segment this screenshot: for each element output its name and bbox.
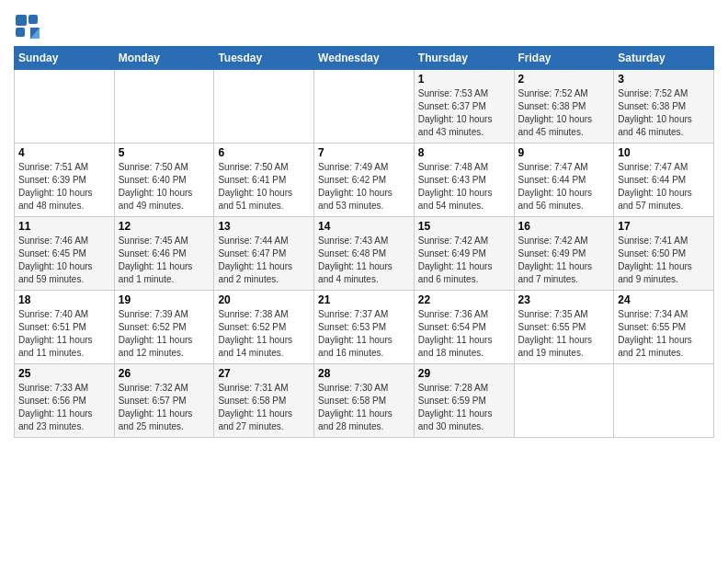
calendar-week-row: 1Sunrise: 7:53 AMSunset: 6:37 PMDaylight… <box>15 70 714 144</box>
calendar-cell: 17Sunrise: 7:41 AMSunset: 6:50 PMDayligh… <box>614 217 714 291</box>
page-header <box>14 9 714 39</box>
day-info: Sunrise: 7:35 AMSunset: 6:55 PMDaylight:… <box>518 308 610 360</box>
weekday-header: Thursday <box>414 47 514 70</box>
day-number: 19 <box>119 293 210 306</box>
day-number: 12 <box>119 220 210 233</box>
day-info: Sunrise: 7:39 AMSunset: 6:52 PMDaylight:… <box>119 308 210 360</box>
day-info: Sunrise: 7:32 AMSunset: 6:57 PMDaylight:… <box>119 382 210 433</box>
day-info: Sunrise: 7:47 AMSunset: 6:44 PMDaylight:… <box>618 161 710 213</box>
calendar-cell: 26Sunrise: 7:32 AMSunset: 6:57 PMDayligh… <box>114 364 214 438</box>
day-info: Sunrise: 7:42 AMSunset: 6:49 PMDaylight:… <box>418 235 510 286</box>
calendar-cell: 19Sunrise: 7:39 AMSunset: 6:52 PMDayligh… <box>114 291 214 364</box>
calendar-cell: 6Sunrise: 7:50 AMSunset: 6:41 PMDaylight… <box>214 144 314 217</box>
svg-rect-1 <box>28 15 38 24</box>
weekday-row: SundayMondayTuesdayWednesdayThursdayFrid… <box>15 47 714 70</box>
day-info: Sunrise: 7:50 AMSunset: 6:41 PMDaylight:… <box>218 161 310 213</box>
day-info: Sunrise: 7:28 AMSunset: 6:59 PMDaylight:… <box>418 382 510 433</box>
calendar-cell: 4Sunrise: 7:51 AMSunset: 6:39 PMDaylight… <box>15 144 115 217</box>
calendar-cell: 15Sunrise: 7:42 AMSunset: 6:49 PMDayligh… <box>414 217 514 291</box>
calendar-week-row: 11Sunrise: 7:46 AMSunset: 6:45 PMDayligh… <box>15 217 714 291</box>
calendar-cell: 21Sunrise: 7:37 AMSunset: 6:53 PMDayligh… <box>314 291 415 364</box>
calendar-cell <box>514 364 614 438</box>
day-info: Sunrise: 7:31 AMSunset: 6:58 PMDaylight:… <box>218 382 310 433</box>
calendar-table: SundayMondayTuesdayWednesdayThursdayFrid… <box>14 46 714 438</box>
day-info: Sunrise: 7:45 AMSunset: 6:46 PMDaylight:… <box>119 235 210 286</box>
day-number: 17 <box>618 220 710 233</box>
weekday-header: Monday <box>114 47 214 70</box>
calendar-cell: 18Sunrise: 7:40 AMSunset: 6:51 PMDayligh… <box>15 291 115 364</box>
calendar-cell: 25Sunrise: 7:33 AMSunset: 6:56 PMDayligh… <box>15 364 115 438</box>
svg-rect-0 <box>16 15 27 26</box>
day-number: 13 <box>218 220 310 233</box>
day-number: 4 <box>18 146 110 159</box>
day-number: 24 <box>618 293 710 306</box>
calendar-cell <box>614 364 714 438</box>
logo <box>14 13 45 39</box>
day-info: Sunrise: 7:40 AMSunset: 6:51 PMDaylight:… <box>18 308 110 360</box>
day-info: Sunrise: 7:52 AMSunset: 6:38 PMDaylight:… <box>518 87 610 139</box>
day-info: Sunrise: 7:44 AMSunset: 6:47 PMDaylight:… <box>218 235 310 286</box>
calendar-cell: 13Sunrise: 7:44 AMSunset: 6:47 PMDayligh… <box>214 217 314 291</box>
calendar-header: SundayMondayTuesdayWednesdayThursdayFrid… <box>15 47 714 70</box>
day-number: 22 <box>418 293 510 306</box>
day-number: 10 <box>618 146 710 159</box>
calendar-cell: 1Sunrise: 7:53 AMSunset: 6:37 PMDaylight… <box>414 70 514 144</box>
day-info: Sunrise: 7:41 AMSunset: 6:50 PMDaylight:… <box>618 235 710 286</box>
day-info: Sunrise: 7:38 AMSunset: 6:52 PMDaylight:… <box>218 308 310 360</box>
calendar-cell: 27Sunrise: 7:31 AMSunset: 6:58 PMDayligh… <box>214 364 314 438</box>
day-info: Sunrise: 7:30 AMSunset: 6:58 PMDaylight:… <box>318 382 410 433</box>
calendar-week-row: 18Sunrise: 7:40 AMSunset: 6:51 PMDayligh… <box>15 291 714 364</box>
calendar-body: 1Sunrise: 7:53 AMSunset: 6:37 PMDaylight… <box>15 70 714 438</box>
day-number: 9 <box>518 146 610 159</box>
calendar-cell: 29Sunrise: 7:28 AMSunset: 6:59 PMDayligh… <box>414 364 514 438</box>
calendar-cell <box>114 70 214 144</box>
calendar-cell: 5Sunrise: 7:50 AMSunset: 6:40 PMDaylight… <box>114 144 214 217</box>
calendar-cell: 8Sunrise: 7:48 AMSunset: 6:43 PMDaylight… <box>414 144 514 217</box>
day-info: Sunrise: 7:34 AMSunset: 6:55 PMDaylight:… <box>618 308 710 360</box>
day-number: 3 <box>618 73 710 86</box>
calendar-cell: 10Sunrise: 7:47 AMSunset: 6:44 PMDayligh… <box>614 144 714 217</box>
calendar-cell: 12Sunrise: 7:45 AMSunset: 6:46 PMDayligh… <box>114 217 214 291</box>
calendar-cell: 24Sunrise: 7:34 AMSunset: 6:55 PMDayligh… <box>614 291 714 364</box>
day-number: 25 <box>18 367 110 380</box>
calendar-week-row: 25Sunrise: 7:33 AMSunset: 6:56 PMDayligh… <box>15 364 714 438</box>
day-number: 7 <box>318 146 410 159</box>
calendar-cell: 23Sunrise: 7:35 AMSunset: 6:55 PMDayligh… <box>514 291 614 364</box>
day-info: Sunrise: 7:51 AMSunset: 6:39 PMDaylight:… <box>18 161 110 213</box>
day-number: 29 <box>418 367 510 380</box>
calendar-cell <box>214 70 314 144</box>
calendar-cell: 2Sunrise: 7:52 AMSunset: 6:38 PMDaylight… <box>514 70 614 144</box>
day-info: Sunrise: 7:47 AMSunset: 6:44 PMDaylight:… <box>518 161 610 213</box>
calendar-cell: 22Sunrise: 7:36 AMSunset: 6:54 PMDayligh… <box>414 291 514 364</box>
day-number: 16 <box>518 220 610 233</box>
calendar-week-row: 4Sunrise: 7:51 AMSunset: 6:39 PMDaylight… <box>15 144 714 217</box>
logo-icon <box>14 13 40 39</box>
calendar-cell: 3Sunrise: 7:52 AMSunset: 6:38 PMDaylight… <box>614 70 714 144</box>
calendar-cell: 20Sunrise: 7:38 AMSunset: 6:52 PMDayligh… <box>214 291 314 364</box>
day-number: 2 <box>518 73 610 86</box>
calendar-cell: 11Sunrise: 7:46 AMSunset: 6:45 PMDayligh… <box>15 217 115 291</box>
svg-rect-2 <box>16 28 25 37</box>
day-info: Sunrise: 7:43 AMSunset: 6:48 PMDaylight:… <box>318 235 410 286</box>
day-number: 20 <box>218 293 310 306</box>
day-number: 27 <box>218 367 310 380</box>
day-info: Sunrise: 7:37 AMSunset: 6:53 PMDaylight:… <box>318 308 410 360</box>
day-number: 14 <box>318 220 410 233</box>
day-info: Sunrise: 7:42 AMSunset: 6:49 PMDaylight:… <box>518 235 610 286</box>
day-number: 21 <box>318 293 410 306</box>
day-number: 28 <box>318 367 410 380</box>
day-number: 6 <box>218 146 310 159</box>
calendar-cell <box>314 70 415 144</box>
day-number: 26 <box>119 367 210 380</box>
day-number: 23 <box>518 293 610 306</box>
day-number: 11 <box>18 220 110 233</box>
day-number: 18 <box>18 293 110 306</box>
calendar-cell: 7Sunrise: 7:49 AMSunset: 6:42 PMDaylight… <box>314 144 415 217</box>
calendar-cell <box>15 70 115 144</box>
weekday-header: Friday <box>514 47 614 70</box>
day-info: Sunrise: 7:33 AMSunset: 6:56 PMDaylight:… <box>18 382 110 433</box>
day-info: Sunrise: 7:50 AMSunset: 6:40 PMDaylight:… <box>119 161 210 213</box>
day-number: 8 <box>418 146 510 159</box>
weekday-header: Tuesday <box>214 47 314 70</box>
day-info: Sunrise: 7:36 AMSunset: 6:54 PMDaylight:… <box>418 308 510 360</box>
